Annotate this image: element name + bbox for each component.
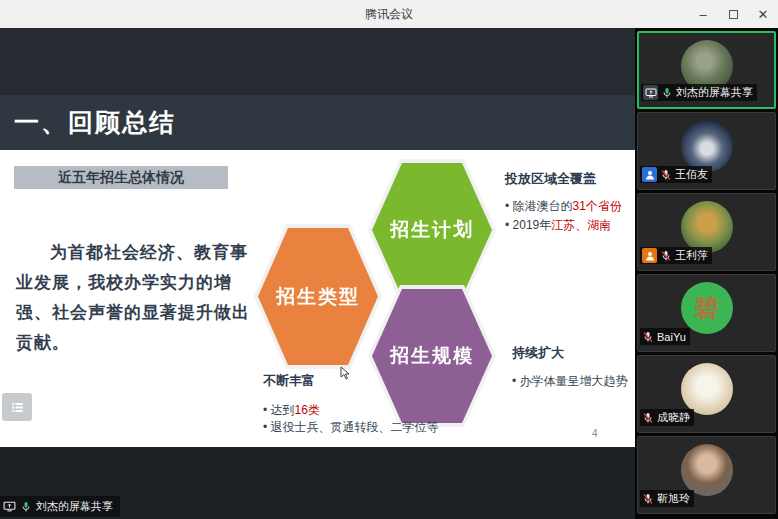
slide-body: 近五年招生总体情况 为首都社会经济、教育事业发展，我校办学实力的增强、社会声誉的… <box>0 150 635 447</box>
hexagon-type-label: 招生类型 <box>258 228 378 365</box>
hexagon-plan: 招生计划 <box>368 159 496 301</box>
mic-muted-icon <box>660 250 672 262</box>
screen-share-view: 一、回顾总结 近五年招生总体情况 为首都社会经济、教育事业发展，我校办学实力的增… <box>0 28 635 519</box>
slide-top-band <box>0 28 635 95</box>
cohost-badge <box>642 248 657 263</box>
avatar-initial: 碧 <box>695 292 719 324</box>
window-controls: – ✕ <box>688 0 778 28</box>
participant-namebar: 靳旭玲 <box>640 490 694 507</box>
sharing-status-label: 刘杰的屏幕共享 <box>36 499 113 514</box>
sharing-status-bar: 刘杰的屏幕共享 <box>0 496 120 517</box>
mic-muted-icon <box>642 331 654 343</box>
meeting-window: 腾讯会议 – ✕ 一、回顾总结 近五年招生总体情况 为首都社会经济、教育事业发展… <box>0 0 778 519</box>
close-icon: ✕ <box>758 7 769 22</box>
person-icon <box>644 169 656 181</box>
bullet-text: 2019年 <box>513 218 552 232</box>
annotation-panel-toggle[interactable] <box>2 393 32 421</box>
participant-namebar: 王利萍 <box>640 247 712 264</box>
bullet-text: 办学体量呈增大趋势 <box>520 374 628 388</box>
participant-namebar: BaiYu <box>640 328 690 345</box>
participant-tile-wangbaiyou[interactable]: 王佰友 <box>637 112 776 190</box>
avatar: 碧 <box>681 282 733 334</box>
callout-type: 不断丰富 • 达到16类 • 退役士兵、贯通转段、二学位等 <box>263 372 503 436</box>
close-button[interactable]: ✕ <box>748 0 778 28</box>
avatar <box>681 444 733 496</box>
callout-plan-bullet-1: • 除港澳台的31个省份 <box>505 198 633 215</box>
participant-name: 王佰友 <box>675 167 708 182</box>
screen-share-icon <box>3 500 16 513</box>
participant-name: BaiYu <box>657 331 686 343</box>
callout-plan-title: 投放区域全覆盖 <box>505 170 633 188</box>
screen-share-badge <box>643 85 658 100</box>
slide-paragraph: 为首都社会经济、教育事业发展，我校办学实力的增强、社会声誉的显著提升做出贡献。 <box>16 238 254 358</box>
mic-on-icon <box>20 501 32 513</box>
participant-namebar: 王佰友 <box>640 166 712 183</box>
avatar <box>681 201 733 253</box>
callout-type-bullet-2: • 退役士兵、贯通转段、二学位等 <box>263 419 503 436</box>
screen-share-icon <box>645 87 657 99</box>
minimize-button[interactable]: – <box>688 0 718 28</box>
callout-scale-bullet-1: • 办学体量呈增大趋势 <box>512 373 634 390</box>
avatar <box>681 120 733 172</box>
bullet-text: 除港澳台的 <box>513 199 573 213</box>
maximize-icon <box>729 10 738 19</box>
person-icon <box>644 250 656 262</box>
participant-name: 靳旭玲 <box>657 491 690 506</box>
bullet-highlight: 江苏、湖南 <box>551 218 611 232</box>
participant-tile-wangliping[interactable]: 王利萍 <box>637 193 776 271</box>
participants-panel: 刘杰的屏幕共享 王佰友 <box>635 28 778 519</box>
participant-tile-jinxuling[interactable]: 靳旭玲 <box>637 436 776 514</box>
bullet-highlight: 16类 <box>295 403 320 417</box>
callout-plan-bullet-2: • 2019年江苏、湖南 <box>505 217 633 234</box>
callout-type-title: 不断丰富 <box>263 372 503 390</box>
participant-namebar: 刘杰的屏幕共享 <box>641 84 757 101</box>
minimize-icon: – <box>699 7 706 22</box>
slide-title: 一、回顾总结 <box>14 106 176 139</box>
hexagon-type: 招生类型 <box>254 224 382 369</box>
callout-plan: 投放区域全覆盖 • 除港澳台的31个省份 • 2019年江苏、湖南 <box>505 170 633 234</box>
window-title: 腾讯会议 <box>365 6 413 23</box>
maximize-button[interactable] <box>718 0 748 28</box>
mic-on-icon <box>661 87 673 99</box>
hexagon-plan-label: 招生计划 <box>372 163 492 297</box>
participant-name: 王利萍 <box>675 248 708 263</box>
participant-namebar: 成晓静 <box>640 409 694 426</box>
participant-tile-liujie-share[interactable]: 刘杰的屏幕共享 <box>637 31 776 109</box>
list-icon <box>11 401 24 414</box>
participant-name: 刘杰的屏幕共享 <box>676 85 753 100</box>
bullet-text: 退役士兵、贯通转段、二学位等 <box>271 420 439 434</box>
section-label: 近五年招生总体情况 <box>14 166 228 189</box>
mic-muted-icon <box>642 493 654 505</box>
callout-scale: 持续扩大 • 办学体量呈增大趋势 <box>512 344 634 390</box>
bullet-text: 达到 <box>271 403 295 417</box>
window-titlebar[interactable]: 腾讯会议 – ✕ <box>0 0 778 28</box>
cursor-icon <box>340 366 351 380</box>
mic-muted-icon <box>660 169 672 181</box>
participant-name: 成晓静 <box>657 410 690 425</box>
mic-muted-icon <box>642 412 654 424</box>
bullet-highlight: 31个省份 <box>573 199 622 213</box>
participant-tile-baiyu[interactable]: 碧 BaiYu <box>637 274 776 352</box>
participant-tile-chengxiaojing[interactable]: 成晓静 <box>637 355 776 433</box>
avatar <box>681 363 733 415</box>
callout-scale-title: 持续扩大 <box>512 344 634 362</box>
slide-page-number: 4 <box>592 428 598 439</box>
host-badge <box>642 167 657 182</box>
callout-type-bullet-1: • 达到16类 <box>263 402 503 419</box>
